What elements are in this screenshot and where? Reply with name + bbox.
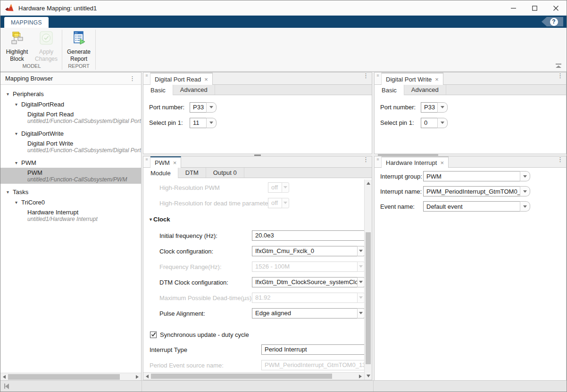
tree-item-peripherals[interactable]: ▾ Peripherals: [0, 89, 141, 99]
generate-report-button[interactable]: Generate Report: [63, 28, 94, 63]
scroll-right-icon[interactable]: [133, 373, 141, 381]
chevron-down-icon[interactable]: [437, 118, 448, 128]
collapse-panel-icon[interactable]: [4, 383, 11, 389]
interrupt-type-label: Interrupt Type: [150, 346, 187, 353]
scrollbar-thumb[interactable]: [366, 232, 371, 364]
panel-menu-icon[interactable]: ⋮: [126, 75, 138, 82]
tree-item-path: untitled1/Function-CallSubsystem/Digital…: [27, 147, 141, 154]
dropdown-value: 11: [190, 118, 207, 128]
tree-item-digital-port-read-block[interactable]: Digital Port Read untitled1/Function-Cal…: [0, 109, 141, 125]
ribbon-toolbar: Highlight Block Apply Changes MODE: [0, 28, 567, 72]
grip-icon[interactable]: ≡: [143, 73, 150, 84]
horizontal-scrollbar[interactable]: [143, 372, 364, 380]
tab-mappings[interactable]: MAPPINGS: [4, 17, 49, 28]
tab-output0[interactable]: Output 0: [206, 168, 244, 178]
help-button[interactable]: ?: [542, 17, 563, 26]
close-icon[interactable]: [545, 0, 567, 16]
clock-configuration-dropdown[interactable]: IfxGtm_Cmu_Fxclk_0: [252, 246, 364, 256]
chevron-down-icon[interactable]: ▾: [14, 102, 19, 107]
pulse-alignment-dropdown[interactable]: Edge aligned: [252, 308, 364, 318]
clock-section-header[interactable]: ▾Clock: [143, 211, 364, 228]
tab-dtm[interactable]: DTM: [178, 168, 206, 178]
chevron-down-icon[interactable]: ▾: [14, 160, 19, 165]
chevron-down-icon[interactable]: ▾: [14, 131, 19, 136]
sync-update-checkbox[interactable]: [150, 331, 157, 338]
dropdown-value: Edge aligned: [252, 308, 358, 318]
interrupt-group-dropdown[interactable]: PWM: [423, 171, 530, 181]
close-tab-icon[interactable]: ×: [435, 76, 439, 82]
dtm-clock-configuration-label: DTM Clock configuration:: [159, 278, 228, 286]
chevron-down-icon[interactable]: [357, 277, 364, 287]
tab-advanced[interactable]: Advanced: [173, 85, 215, 95]
tab-hardware-interrupt[interactable]: Hardware Interrupt ×: [382, 156, 449, 168]
chevron-down-icon[interactable]: ▾: [5, 91, 10, 97]
chevron-down-icon[interactable]: [520, 186, 530, 196]
tree-item-hardware-interrupt-block[interactable]: Hardware Interrupt untitled1/Hardware In…: [0, 207, 141, 223]
port-number-dropdown[interactable]: P33: [421, 102, 448, 113]
scroll-left-icon[interactable]: [143, 373, 151, 380]
splitter-handle[interactable]: [254, 155, 261, 156]
close-tab-icon[interactable]: ×: [440, 160, 444, 166]
tab-digital-port-write[interactable]: Digital Port Write ×: [382, 73, 443, 85]
initial-frequency-input[interactable]: 20.0e3: [252, 230, 364, 241]
tree-item-digitalportwrite[interactable]: ▾ DigitalPortWrite: [0, 128, 141, 139]
chevron-down-icon[interactable]: [357, 246, 364, 256]
highlight-block-button[interactable]: Highlight Block: [2, 28, 32, 63]
scroll-right-icon[interactable]: [357, 373, 364, 380]
dtm-clock-configuration-dropdown[interactable]: IfxGtm_Dtm_ClockSource_systemClock: [252, 277, 364, 287]
tab-digital-port-read[interactable]: Digital Port Read ×: [150, 73, 213, 85]
port-number-label: Port number:: [380, 104, 421, 111]
chevron-down-icon[interactable]: ▾: [5, 189, 10, 195]
document-tab-bar: ≡ Digital Port Read × ⋮: [143, 73, 372, 85]
panel-menu-icon[interactable]: ⋮: [554, 156, 566, 167]
horizontal-scrollbar[interactable]: [0, 373, 141, 381]
chevron-down-icon[interactable]: [206, 102, 217, 113]
tab-pwm[interactable]: PWM ×: [150, 156, 181, 168]
tab-basic[interactable]: Basic: [143, 85, 173, 95]
tab-module[interactable]: Module: [143, 168, 178, 178]
grip-icon[interactable]: ≡: [375, 156, 382, 167]
event-name-dropdown[interactable]: Default event: [423, 201, 530, 212]
panel-menu-icon[interactable]: ⋮: [360, 73, 372, 84]
tree-item-pwm-group[interactable]: ▾ PWM: [0, 157, 141, 168]
interrupt-name-dropdown[interactable]: PWM_PeriodInterrupt_GtmTOM0_13: [423, 186, 530, 196]
input-value: 20.0e3: [255, 232, 274, 239]
chevron-down-icon[interactable]: [357, 308, 364, 318]
tree-item-digitalportread[interactable]: ▾ DigitalPortRead: [0, 99, 141, 109]
frequency-range-dropdown: 1526 - 100M: [252, 261, 364, 272]
chevron-down-icon[interactable]: [520, 201, 530, 212]
scroll-up-icon[interactable]: [365, 180, 372, 187]
tab-advanced[interactable]: Advanced: [404, 85, 446, 95]
collapse-ribbon-icon[interactable]: [555, 64, 562, 68]
select-pin-dropdown[interactable]: 0: [421, 118, 448, 128]
scrollbar-thumb[interactable]: [151, 374, 332, 379]
tree-item-tricore0[interactable]: ▾ TriCore0: [0, 197, 141, 207]
interrupt-name-row: Interrupt name: PWM_PeriodInterrupt_GtmT…: [375, 184, 566, 199]
chevron-down-icon[interactable]: [520, 171, 530, 181]
vertical-scrollbar[interactable]: [364, 180, 372, 380]
scroll-left-icon[interactable]: [0, 373, 8, 381]
port-number-dropdown[interactable]: P33: [190, 102, 217, 113]
panel-menu-icon[interactable]: ⋮: [360, 156, 372, 167]
select-pin-dropdown[interactable]: 11: [190, 118, 217, 128]
grip-icon[interactable]: ≡: [375, 73, 382, 84]
tree-item-tasks[interactable]: ▾ Tasks: [0, 187, 141, 197]
chevron-down-icon[interactable]: [206, 118, 217, 128]
sync-update-row: Synchronous update - duty cycle: [143, 327, 364, 342]
panel-menu-icon[interactable]: ⋮: [554, 73, 566, 84]
minimize-icon[interactable]: [503, 0, 524, 16]
chevron-down-icon[interactable]: ▾: [14, 200, 19, 205]
grip-icon[interactable]: ≡: [143, 156, 150, 167]
maximize-icon[interactable]: [524, 0, 545, 16]
tree-item-path: untitled1/Hardware Interrupt: [27, 216, 98, 222]
apply-changes-icon: [38, 31, 54, 48]
scrollbar-thumb[interactable]: [8, 374, 120, 380]
chevron-down-icon[interactable]: [437, 102, 448, 113]
tab-basic[interactable]: Basic: [375, 85, 404, 95]
scroll-down-icon[interactable]: [365, 372, 372, 380]
tree-item-digital-port-write-block[interactable]: Digital Port Write untitled1/Function-Ca…: [0, 139, 141, 155]
close-tab-icon[interactable]: ×: [204, 76, 208, 82]
tree-item-pwm-block-selected[interactable]: PWM untitled1/Function-CallSubsystem/PWM: [0, 168, 141, 184]
close-tab-icon[interactable]: ×: [173, 160, 177, 166]
interrupt-type-input[interactable]: Period Interrupt: [261, 344, 364, 355]
